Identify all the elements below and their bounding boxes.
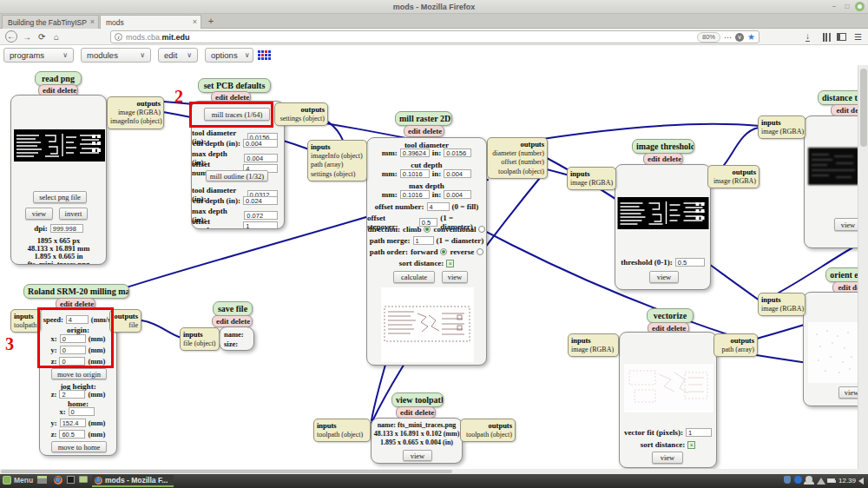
distance-transform-inputs[interactable]: inputs image (RGBA) [758,115,806,139]
view-button[interactable]: view [652,452,683,464]
sort-distance-checkbox[interactable]: × [687,441,695,449]
max-depth-in-field[interactable]: 0.004 [444,190,471,199]
edit-delete-tab[interactable]: edit delete [396,406,436,419]
output-port[interactable]: toolpath (object) [490,168,544,176]
taskbar-window-button[interactable]: mods - Mozilla F... [92,475,174,487]
tab-mods[interactable]: mods × [100,15,201,29]
output-port[interactable]: image (RGBA) [711,177,756,186]
page-actions-icon[interactable]: ⋯ [724,33,732,42]
edit-delete-tab[interactable]: edit delete [643,153,683,165]
edit-dropdown[interactable]: edit ∨ [158,48,198,63]
mill-raster-outputs[interactable]: outputs diameter (number) offset (number… [487,137,548,179]
cut-depth-field[interactable]: 0.004 [243,139,278,148]
path-merge-field[interactable]: 1 [413,236,434,245]
forward-radio[interactable] [440,248,447,255]
maximize-button-icon[interactable]: □ [842,2,852,12]
library-icon[interactable] [823,33,831,42]
output-port[interactable]: image (RGBA) [110,109,161,117]
minimize-button-icon[interactable]: − [829,2,839,12]
dpi-field[interactable]: 999.998 [50,224,83,233]
input-port[interactable]: toolpath (object) [317,431,367,439]
network-icon[interactable] [817,478,825,485]
select-png-file-button[interactable]: select png file [33,191,87,203]
image-threshold-outputs[interactable]: outputs image (RGBA) [707,165,760,188]
sidebar-toggle-icon[interactable] [837,33,846,41]
url-text[interactable]: mods.cba.mit.edu [126,33,694,42]
module-title-roland-srm20[interactable]: Roland SRM-20 milling machine [23,284,129,299]
bluetooth-icon[interactable] [794,476,802,484]
module-title-vectorize[interactable]: vectorize [647,308,694,323]
volume-icon[interactable] [858,478,864,485]
roland-outputs[interactable]: outputs file [109,309,141,333]
offset-number-field[interactable]: 4 [427,202,450,211]
home-icon[interactable]: ⌂ [54,32,59,42]
reverse-radio[interactable] [477,248,483,255]
home-z-field[interactable]: 60.5 [59,430,85,439]
cut-depth-in-field[interactable]: 0.004 [444,169,471,178]
vectorize-outputs[interactable]: outputs path (array) [713,333,758,357]
threshold-field[interactable]: 0.5 [675,258,705,267]
sort-distance-checkbox[interactable]: × [446,260,454,267]
vertical-scrollbar-thumb[interactable] [860,69,867,147]
output-port[interactable]: imageInfo (object) [110,117,161,126]
read-png-outputs[interactable]: outputs image (RGBA) imageInfo (object) [107,96,164,129]
module-title-save-file[interactable]: save file [213,301,253,316]
view-toolpath-inputs[interactable]: inputs toolpath (object) [313,419,371,442]
close-button-icon[interactable] [855,2,865,11]
output-port[interactable]: settings (object) [278,115,325,123]
cut-depth-field[interactable]: 0.024 [243,196,278,205]
hamburger-menu-icon[interactable]: ☰ [854,32,862,42]
home-y-field[interactable]: 152.4 [60,419,86,427]
bookmark-star-icon[interactable]: ★ [747,32,755,42]
tab-building-fabtinyisp[interactable]: Building the FabTinyISP × [2,15,99,29]
move-to-home-button[interactable]: move to home [51,441,107,452]
module-title-mill-raster-2d[interactable]: mill raster 2D [395,111,452,126]
battery-icon[interactable] [827,478,835,483]
set-pcb-outputs[interactable]: outputs settings (object) [274,102,328,126]
security-shield-icon[interactable] [784,476,791,484]
input-port[interactable]: settings (object) [311,170,364,179]
climb-radio[interactable] [424,226,431,233]
horizontal-scrollbar-thumb[interactable] [1,470,452,473]
new-tab-icon[interactable]: + [205,16,217,28]
input-port[interactable]: imageInfo (object) [311,152,364,161]
back-icon[interactable]: ← [5,30,17,43]
view-toolpath-outputs[interactable]: outputs toolpath (object) [460,419,516,442]
tab-close-icon[interactable]: × [90,17,95,26]
calculate-button[interactable]: calculate [393,271,435,283]
input-port[interactable]: image (RGBA) [761,305,802,313]
view-button[interactable]: view [649,271,679,283]
tool-diameter-in-field[interactable]: 0.0156 [444,148,471,157]
site-info-icon[interactable]: i [115,33,122,41]
programs-dropdown[interactable]: programs ∨ [3,48,74,63]
input-port[interactable]: file (object) [183,340,216,348]
offset-number-field[interactable]: 1 [243,221,278,229]
home-x-field[interactable]: 0 [69,407,95,416]
mill-raster-inputs[interactable]: inputs imageInfo (object) path (array) s… [307,140,367,181]
edit-delete-tab[interactable]: edit delete [212,315,253,327]
view-button[interactable]: view [25,208,53,220]
user-accounts-icon[interactable] [806,476,812,483]
zoom-level-badge[interactable]: 80% [697,32,720,43]
files-launcher-icon[interactable] [79,476,88,483]
firefox-launcher-icon[interactable] [54,476,62,485]
vectorize-inputs[interactable]: inputs image (RGBA) [568,333,619,357]
url-bar[interactable]: i mods.cba.mit.edu 80% ⋯ ∨ ★ [110,30,760,43]
save-file-inputs[interactable]: inputs file (object) [180,327,220,351]
output-port[interactable]: file [113,321,138,330]
invert-button[interactable]: invert [59,208,88,220]
move-to-origin-button[interactable]: move to origin [51,368,107,379]
view-button[interactable]: view [442,271,468,283]
edit-delete-tab[interactable]: edit delete [404,125,444,137]
input-port[interactable]: image (RGBA) [761,128,802,136]
output-port[interactable]: toolpath (object) [464,431,512,439]
module-title-view-toolpath[interactable]: view toolpath [391,392,444,407]
show-desktop-icon[interactable] [37,476,47,484]
vector-fit-field[interactable]: 1 [686,428,712,437]
jog-z-field[interactable]: 2 [59,390,85,399]
tool-diameter-mm-field[interactable]: 0.39624 [400,148,430,157]
input-port[interactable]: toolpath [14,321,37,330]
pocket-icon[interactable]: ∨ [735,33,744,42]
tab-close-icon[interactable]: × [193,17,197,26]
max-depth-mm-field[interactable]: 0.1016 [400,190,430,199]
